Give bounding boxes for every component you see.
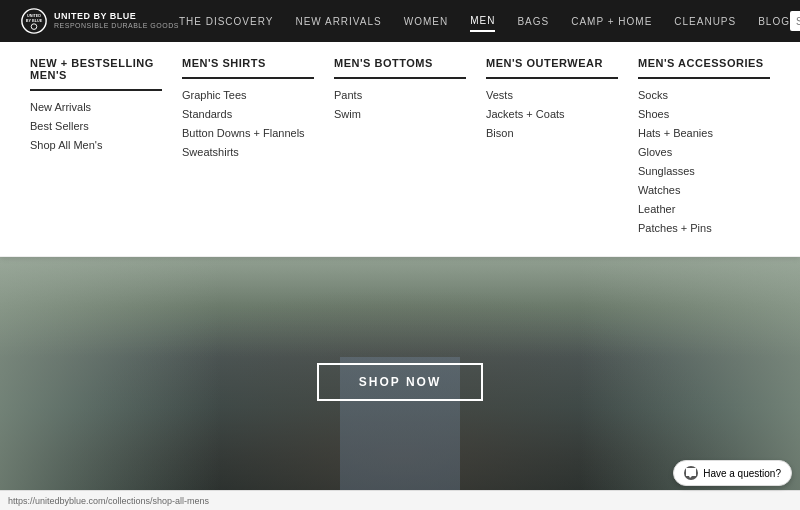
logo-tagline: RESPONSIBLE DURABLE GOODS [54, 22, 179, 30]
dropdown-link[interactable]: Sweatshirts [182, 146, 314, 158]
logo[interactable]: UNITED BY BLUE UNITED BY BLUE RESPONSIBL… [20, 7, 179, 35]
dropdown-link[interactable]: Shoes [638, 108, 770, 120]
nav-item-camp-home[interactable]: CAMP + HOME [571, 12, 652, 31]
logo-name: UNITED BY BLUE [54, 12, 179, 22]
dropdown-col: Men's AccessoriesSocksShoesHats + Beanie… [628, 57, 780, 241]
dropdown-col-title[interactable]: New + Bestselling Men's [30, 57, 162, 91]
nav-item-men[interactable]: MEN [470, 11, 495, 32]
dropdown-link[interactable]: Vests [486, 89, 618, 101]
men-dropdown: New + Bestselling Men'sNew ArrivalsBest … [0, 42, 800, 257]
dropdown-link[interactable]: Swim [334, 108, 466, 120]
status-url: https://unitedbyblue.com/collections/sho… [8, 496, 209, 506]
dropdown-col: Men's BottomsPantsSwim [324, 57, 476, 241]
dropdown-col-title[interactable]: Men's Accessories [638, 57, 770, 79]
site-header: UNITED BY BLUE UNITED BY BLUE RESPONSIBL… [0, 0, 800, 42]
dropdown-link[interactable]: Patches + Pins [638, 222, 770, 234]
dropdown-link[interactable]: Socks [638, 89, 770, 101]
dropdown-col-title[interactable]: Men's Outerwear [486, 57, 618, 79]
hero-trees-left [0, 257, 220, 507]
chat-icon [684, 466, 698, 480]
search-input[interactable] [796, 16, 800, 27]
nav-item-bags[interactable]: BAGS [517, 12, 549, 31]
dropdown-col: New + Bestselling Men'sNew ArrivalsBest … [20, 57, 172, 241]
nav-item-new-arrivals[interactable]: NEW ARRIVALS [295, 12, 381, 31]
dropdown-link[interactable]: Watches [638, 184, 770, 196]
nav-item-cleanups[interactable]: CLEANUPS [674, 12, 736, 31]
dropdown-link[interactable]: Shop All Men's [30, 139, 162, 151]
svg-text:BY BLUE: BY BLUE [26, 19, 43, 23]
dropdown-link[interactable]: Button Downs + Flannels [182, 127, 314, 139]
dropdown-link[interactable]: New Arrivals [30, 101, 162, 113]
dropdown-link[interactable]: Leather [638, 203, 770, 215]
chat-label: Have a question? [703, 468, 781, 479]
dropdown-link[interactable]: Best Sellers [30, 120, 162, 132]
main-nav: THE DISCOVERYNEW ARRIVALSWOMENMENBAGSCAM… [179, 11, 790, 32]
dropdown-link[interactable]: Standards [182, 108, 314, 120]
status-bar: https://unitedbyblue.com/collections/sho… [0, 490, 800, 510]
svg-point-3 [31, 24, 37, 30]
dropdown-link[interactable]: Graphic Tees [182, 89, 314, 101]
nav-item-the-discovery[interactable]: THE DISCOVERY [179, 12, 274, 31]
dropdown-link[interactable]: Gloves [638, 146, 770, 158]
search-box[interactable]: 🔍 [790, 11, 800, 31]
nav-item-women[interactable]: WOMEN [404, 12, 448, 31]
nav-item-blog[interactable]: BLOG [758, 12, 790, 31]
chat-widget[interactable]: Have a question? [673, 460, 792, 486]
dropdown-col: Men's OuterwearVestsJackets + CoatsBison [476, 57, 628, 241]
dropdown-link[interactable]: Jackets + Coats [486, 108, 618, 120]
dropdown-col-title[interactable]: Men's Bottoms [334, 57, 466, 79]
dropdown-col: Men's ShirtsGraphic TeesStandardsButton … [172, 57, 324, 241]
dropdown-link[interactable]: Pants [334, 89, 466, 101]
shop-now-button[interactable]: SHOP NOW [317, 363, 483, 401]
dropdown-link[interactable]: Bison [486, 127, 618, 139]
dropdown-col-title[interactable]: Men's Shirts [182, 57, 314, 79]
dropdown-link[interactable]: Sunglasses [638, 165, 770, 177]
dropdown-link[interactable]: Hats + Beanies [638, 127, 770, 139]
svg-text:UNITED: UNITED [27, 14, 41, 18]
